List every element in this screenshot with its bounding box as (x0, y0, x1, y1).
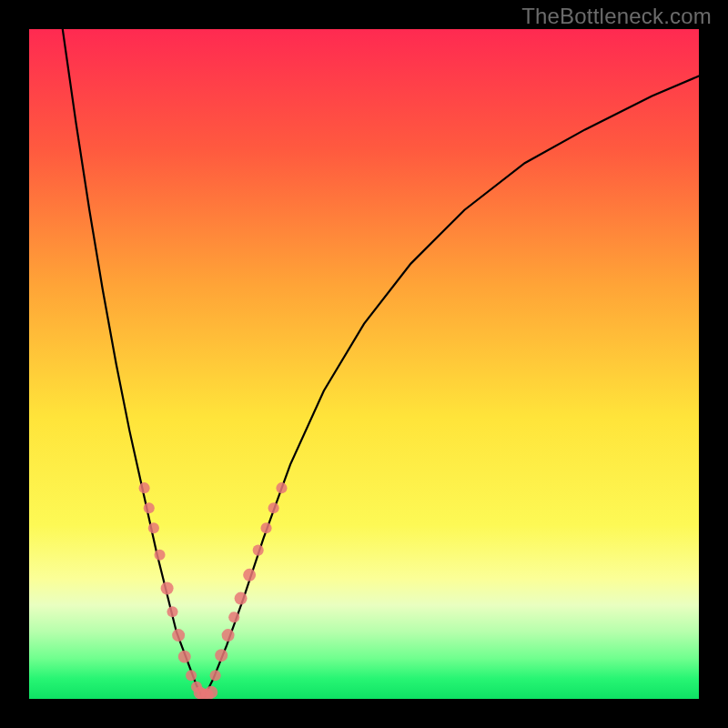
marker-point (139, 482, 150, 493)
marker-point (172, 629, 185, 642)
marker-point (167, 606, 177, 617)
marker-point (276, 482, 287, 493)
marker-point (186, 670, 197, 681)
marker-point (261, 522, 272, 533)
curves-layer (29, 29, 699, 699)
marker-point (243, 569, 256, 581)
marker-point (215, 649, 228, 662)
left-curve (63, 29, 204, 699)
marker-layer (139, 482, 288, 699)
watermark-text: TheBottleneck.com (521, 4, 712, 29)
marker-point (228, 612, 239, 622)
marker-point (144, 502, 155, 513)
marker-point (161, 582, 174, 595)
marker-point (222, 629, 235, 642)
marker-point (154, 550, 165, 561)
right-curve (203, 76, 699, 699)
marker-point (210, 670, 221, 681)
marker-point (268, 502, 279, 513)
marker-point (235, 592, 248, 605)
marker-point (205, 686, 217, 699)
plot-area (29, 29, 699, 699)
outer-frame: TheBottleneck.com (0, 0, 728, 728)
marker-point (148, 522, 159, 533)
marker-point (178, 651, 191, 663)
marker-point (253, 545, 264, 556)
